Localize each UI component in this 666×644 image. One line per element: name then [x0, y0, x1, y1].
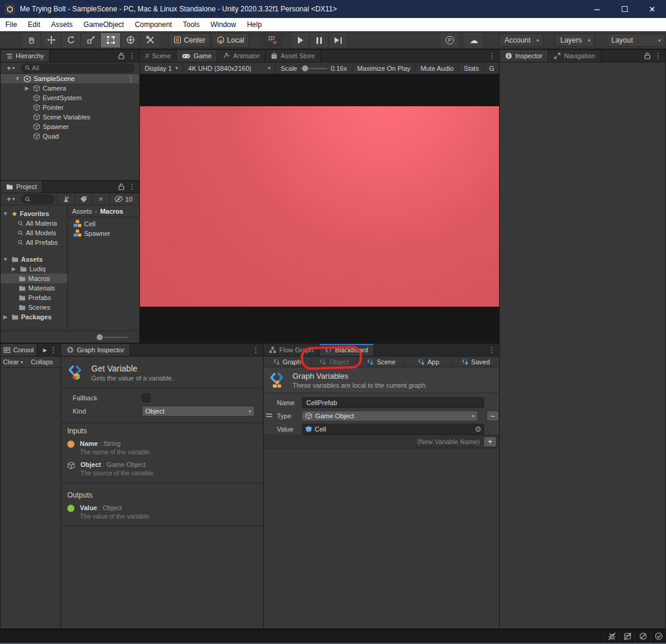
project-create-button[interactable]: +▾ — [3, 194, 19, 203]
hierarchy-item-quad[interactable]: Quad — [1, 131, 139, 141]
clear-button[interactable]: Clear — [3, 358, 19, 366]
panel-menu-icon[interactable]: ⋮ — [129, 182, 136, 191]
minimize-button[interactable]: ─ — [583, 0, 611, 18]
foldout-open-icon[interactable]: ▼ — [2, 211, 9, 217]
foldout-open-icon[interactable]: ▼ — [2, 256, 9, 262]
grid-snap-button[interactable] — [262, 33, 282, 47]
hierarchy-item-pointer[interactable]: Pointer — [1, 103, 139, 112]
display-dropdown[interactable]: Display 1▾ — [140, 62, 183, 74]
custom-tools-button[interactable] — [141, 33, 160, 47]
lock-icon[interactable] — [118, 183, 124, 190]
object-picker-icon[interactable]: ⊙ — [475, 425, 481, 433]
tab-console[interactable]: Consol — [1, 344, 37, 356]
tree-folder-macros[interactable]: Macros — [1, 274, 67, 283]
project-search[interactable] — [21, 194, 55, 203]
fallback-checkbox[interactable] — [142, 394, 150, 402]
hierarchy-item-spawner[interactable]: Spawner — [1, 122, 139, 131]
scene-menu-icon[interactable]: ⋮ — [127, 74, 139, 83]
asset-item-cell[interactable]: Cell — [68, 219, 139, 229]
plastic-scm-button[interactable]: P — [440, 33, 460, 47]
add-variable-button[interactable]: + — [483, 436, 497, 447]
scope-tab-scene[interactable]: Scene — [358, 357, 405, 367]
search-by-label-button[interactable] — [74, 193, 92, 205]
scope-tab-object[interactable]: Object — [311, 357, 359, 367]
tree-assets[interactable]: ▼ Assets — [1, 254, 67, 264]
thumbnail-size-slider[interactable] — [97, 337, 128, 338]
tab-scene[interactable]: # Scene — [140, 50, 177, 62]
variable-name-field[interactable] — [302, 397, 484, 408]
search-by-type-button[interactable] — [57, 193, 74, 205]
layout-dropdown[interactable]: Layout▾ — [606, 34, 666, 47]
collapse-toggle[interactable]: Collaps — [31, 358, 53, 366]
scope-tab-saved[interactable]: Saved — [452, 357, 499, 367]
layers-dropdown[interactable]: Layers▾ — [555, 34, 595, 47]
tab-game[interactable]: Game — [177, 50, 217, 62]
breadcrumb-current[interactable]: Macros — [100, 208, 124, 215]
lock-icon[interactable] — [644, 52, 650, 59]
account-dropdown[interactable]: Account▾ — [499, 34, 543, 47]
tab-hierarchy[interactable]: Hierarchy — [1, 50, 50, 62]
pause-button[interactable] — [310, 33, 328, 47]
cloud-button[interactable]: ☁ — [464, 33, 484, 47]
variable-type-dropdown[interactable]: Game Object ▾ — [301, 411, 478, 421]
panel-menu-icon[interactable]: ⋮ — [655, 52, 662, 60]
menu-window[interactable]: Window — [205, 18, 241, 31]
tab-blackboard[interactable]: Blackboard — [319, 344, 374, 356]
chevron-down-icon[interactable]: ▾ — [20, 360, 23, 365]
scale-slider[interactable] — [301, 68, 327, 69]
menu-component[interactable]: Component — [129, 18, 177, 31]
tab-asset-store[interactable]: Asset Store — [265, 50, 321, 62]
debugger-disabled-icon[interactable] — [604, 630, 619, 643]
menu-edit[interactable]: Edit — [22, 18, 46, 31]
hierarchy-search-input[interactable] — [32, 64, 131, 71]
menu-assets[interactable]: Assets — [46, 18, 78, 31]
foldout-closed-icon[interactable]: ▶ — [23, 85, 31, 91]
hand-tool-button[interactable] — [22, 33, 41, 47]
scale-tool-button[interactable] — [81, 33, 101, 47]
tree-folder-materials[interactable]: Materials — [1, 283, 67, 293]
tab-project[interactable]: Project — [1, 181, 43, 193]
tab-overflow-icon[interactable]: ▶ — [43, 348, 47, 353]
tab-inspector[interactable]: Inspector — [500, 50, 548, 62]
tree-all-materials[interactable]: All Materia — [1, 218, 67, 228]
transform-tool-button[interactable] — [121, 33, 141, 47]
hierarchy-item-scene-variables[interactable]: Scene Variables — [1, 112, 139, 122]
tab-flow-graph[interactable]: Flow Graph — [264, 344, 319, 356]
panel-menu-icon[interactable]: ⋮ — [252, 346, 259, 354]
stats-toggle[interactable]: Stats — [459, 62, 484, 74]
maximize-on-play-toggle[interactable]: Maximize On Play — [353, 62, 416, 74]
menu-tools[interactable]: Tools — [177, 18, 205, 31]
resolution-dropdown[interactable]: 4K UHD (3840x2160)▾ — [183, 62, 276, 74]
menu-file[interactable]: File — [0, 18, 22, 31]
pivot-center-button[interactable]: Center — [169, 33, 210, 47]
hierarchy-search[interactable] — [21, 64, 135, 73]
scope-tab-graph[interactable]: Graph — [264, 357, 311, 367]
tree-all-models[interactable]: All Models — [1, 228, 67, 238]
hidden-count-button[interactable]: 10 — [109, 193, 137, 205]
panel-menu-icon[interactable]: ⋮ — [488, 52, 495, 60]
move-tool-button[interactable] — [41, 33, 61, 47]
hierarchy-item-camera[interactable]: ▶ Camera — [1, 83, 139, 93]
drag-handle[interactable] — [266, 412, 272, 418]
rotate-tool-button[interactable] — [61, 33, 81, 47]
step-button[interactable] — [328, 33, 347, 47]
variable-value-object-field[interactable]: Cell ⊙ — [302, 424, 484, 435]
cache-disabled-icon[interactable] — [619, 630, 635, 643]
hierarchy-item-eventsystem[interactable]: EventSystem — [1, 93, 139, 103]
kind-dropdown[interactable]: Object ▾ — [142, 406, 255, 417]
tab-animator[interactable]: Animator — [217, 50, 265, 62]
foldout-closed-icon[interactable]: ▶ — [10, 266, 17, 272]
tree-folder-ludiq[interactable]: ▶ Ludiq — [1, 264, 67, 274]
create-button[interactable]: +▾ — [3, 64, 19, 73]
menu-help[interactable]: Help — [241, 18, 267, 31]
status-ok-icon[interactable] — [650, 630, 666, 643]
tab-graph-inspector[interactable]: Graph Inspector — [61, 344, 130, 356]
scale-control[interactable]: Scale 0.16x — [276, 62, 352, 74]
mute-audio-toggle[interactable]: Mute Audio — [416, 62, 459, 74]
foldout-closed-icon[interactable]: ▶ — [2, 314, 9, 320]
scope-tab-app[interactable]: App — [405, 357, 453, 367]
panel-menu-icon[interactable]: ⋮ — [50, 346, 57, 354]
panel-menu-icon[interactable]: ⋮ — [129, 52, 136, 60]
tree-all-prefabs[interactable]: All Prefabs — [1, 238, 67, 247]
tab-navigation[interactable]: Navigation — [548, 50, 601, 62]
